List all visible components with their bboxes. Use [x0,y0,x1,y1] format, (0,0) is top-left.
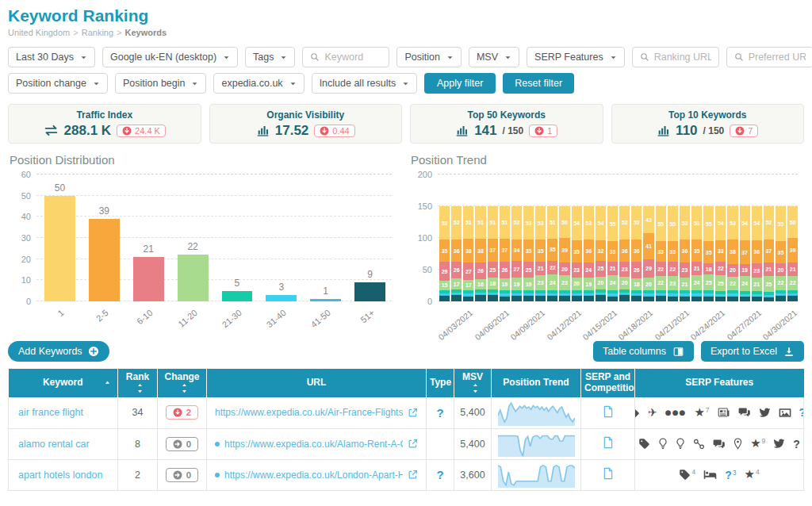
filter-serp-features-select[interactable]: SERP Features [527,47,625,67]
breadcrumb-item-united-kingdom[interactable]: United Kingdom [8,28,70,37]
trend-bar-04/25/2021[interactable]: 22203853 [727,174,737,301]
y-tick-label: 30 [21,233,31,243]
trend-bar-04/08/2021[interactable]: 19253553 [523,174,534,301]
column-header-change[interactable]: Change [158,369,207,397]
trend-bar-04/14/2021[interactable]: 20253254 [596,174,606,301]
trend-bar-04/11/2021[interactable]: 23203950 [559,174,569,301]
trend-bar-04/29/2021[interactable]: 22203555 [776,174,786,301]
trend-bar-04/01/2021[interactable]: 15293553 [439,174,450,301]
segment-1: 54 [596,206,606,240]
filter-search-engine-select[interactable]: Google uk-EN (desktop) [102,47,238,67]
keyword-link[interactable]: apart hotels london [18,470,102,481]
trend-bar-04/23/2021[interactable]: 25183555 [703,174,714,301]
stat-card-value: 141 [474,123,496,139]
reset-filter-button[interactable]: Reset filter [503,73,574,94]
filter-position-select[interactable]: Position [396,47,461,67]
url-link[interactable]: https://www.expedia.co.uk/Alamo-Rent-A-C… [224,439,403,450]
file-icon[interactable] [603,405,614,418]
distribution-bar-31-40[interactable]: 331-40 [266,174,297,301]
trend-bar-04/28/2021[interactable]: 25213752 [764,174,774,301]
trend-bar-04/18/2021[interactable]: 2029414304/18/2021 [643,174,653,301]
filter-position-change-select[interactable]: Position change [8,73,108,94]
trend-bar-04/03/2021[interactable]: 1727385104/03/2021 [463,174,473,301]
stat-card-delta-value: 1 [547,126,552,136]
external-link-icon[interactable] [408,470,418,480]
filter-tags-select[interactable]: Tags [245,47,295,67]
trend-bar-04/16/2021[interactable]: 20233652 [619,174,630,301]
column-header-keyword[interactable]: Keyword [9,369,118,397]
sort-both-icon[interactable] [181,383,188,393]
trend-bar-04/27/2021[interactable]: 2123365404/27/2021 [752,174,762,301]
filter-preferred-url-input[interactable] [749,52,806,63]
column-header-type[interactable]: Type [427,369,454,397]
column-header-serp-features[interactable]: SERP Features [635,369,804,397]
export-excel-button[interactable]: Export to Excel [701,341,804,362]
filter-position-begin-select[interactable]: Position begin [115,73,207,94]
distribution-bar-6-10[interactable]: 216-10 [133,174,164,301]
keyword-link[interactable]: air france flight [18,407,83,418]
segment-6-10: 23 [572,263,582,277]
trend-bar-04/15/2021[interactable]: 2421335504/15/2021 [607,174,618,301]
distribution-bar-41-50[interactable]: 141-50 [310,174,341,301]
url-link[interactable]: https://www.expedia.co.uk/Air-France-Fli… [215,407,403,418]
twitter-icon [773,439,785,449]
distribution-bar-11-20[interactable]: 2211-20 [178,174,209,301]
trend-bar-04/09/2021[interactable]: 2321355304/09/2021 [535,174,546,301]
sort-both-icon[interactable] [136,383,144,393]
segment-1: 53 [439,206,450,240]
segment-51+ [488,295,498,301]
trend-bar-04/13/2021[interactable]: 19243653 [584,174,594,301]
trend-bar-04/02/2021[interactable]: 17263652 [451,174,462,301]
trend-bar-04/05/2021[interactable]: 18253751 [488,174,498,301]
type-question-icon[interactable]: ? [436,468,443,481]
file-icon[interactable] [603,467,614,480]
keyword-cell: apart hotels london [9,459,118,490]
distribution-bar-1[interactable]: 501 [44,174,75,301]
filter-date-range-select[interactable]: Last 30 Days [8,47,95,67]
column-header-msv[interactable]: MSV [454,369,492,397]
apply-filter-button[interactable]: Apply filter [424,73,496,94]
distribution-bar-21-30[interactable]: 521-30 [222,174,253,301]
trend-bar-04/22/2021[interactable]: 24213553 [691,174,702,301]
sort-asc-icon[interactable] [104,380,111,387]
table-columns-button[interactable]: Table columns [593,341,694,362]
trend-bar-04/06/2021[interactable]: 1926375104/06/2021 [500,174,510,301]
trend-bar-04/07/2021[interactable]: 19273452 [511,174,522,301]
trend-bar-04/12/2021[interactable]: 2023355404/12/2021 [572,174,582,301]
filter-domain-select[interactable]: expedia.co.uk [213,73,304,94]
trend-bar-04/21/2021[interactable]: 2123365304/21/2021 [680,174,690,301]
breadcrumb-item-ranking[interactable]: Ranking [82,28,113,37]
sort-both-icon[interactable] [472,383,479,393]
breadcrumb-item-keywords[interactable]: Keywords [125,28,167,37]
trend-bar-04/10/2021[interactable]: 24223551 [547,174,557,301]
keyword-link[interactable]: alamo rental car [18,439,90,450]
trend-bar-04/19/2021[interactable]: 22223355 [656,174,666,301]
url-link[interactable]: https://www.expedia.co.uk/London-Apart-H… [224,470,403,481]
trend-bar-04/04/2021[interactable]: 16263851 [475,174,485,301]
trend-bar-04/20/2021[interactable]: 23223355 [668,174,678,301]
external-link-icon[interactable] [408,408,418,418]
type-question-icon[interactable]: ? [436,406,443,420]
column-header-url[interactable]: URL [207,369,427,397]
caret-down-icon [93,80,100,87]
trend-bar-04/26/2021[interactable]: 24193754 [740,174,750,301]
column-header-position-trend[interactable]: Position Trend [492,369,581,397]
filter-msv-select[interactable]: MSV [469,47,519,67]
trend-bar-04/24/2021[interactable]: 2522335404/24/2021 [715,174,726,301]
question-icon: ?3 [799,407,804,418]
filter-keyword-input[interactable] [324,52,381,63]
filter-include-results-select[interactable]: Include all results [312,73,418,94]
column-header-rank[interactable]: Rank [118,369,158,397]
external-link-icon[interactable] [408,439,418,449]
file-icon[interactable] [603,436,614,449]
change-cell: 0 [158,428,207,459]
distribution-bar-2-5[interactable]: 392-5 [89,174,120,301]
tag-icon [638,438,650,450]
distribution-bar-51+[interactable]: 951+ [354,174,385,301]
trend-bar-04/30/2021[interactable]: 2221395004/30/2021 [787,174,798,301]
trend-bar-04/17/2021[interactable]: 18263652 [631,174,642,301]
column-header-serp-and-competition[interactable]: SERP and Competition [581,369,635,397]
add-keywords-button[interactable]: Add Keywords [8,341,109,362]
filter-ranking-url-input[interactable] [654,52,711,63]
segment-2-5: 35 [703,241,714,263]
